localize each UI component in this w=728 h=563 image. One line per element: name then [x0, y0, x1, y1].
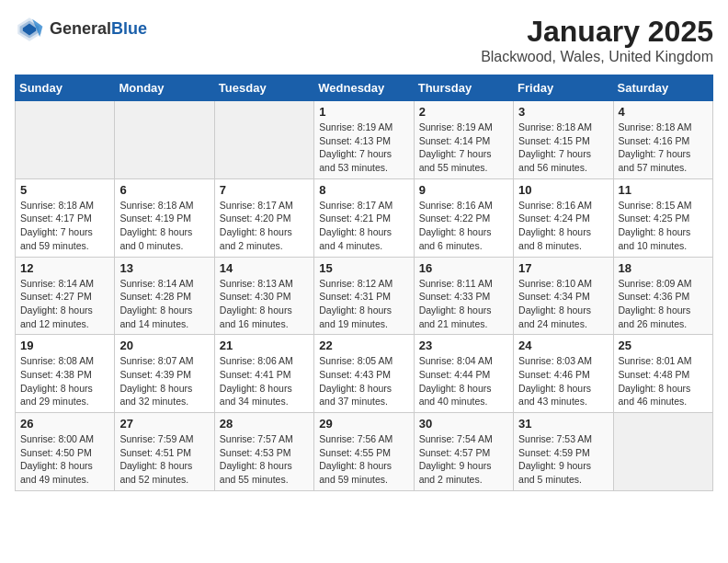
day-number: 20 [119, 339, 209, 352]
logo-icon [15, 15, 44, 44]
calendar-week-5: 26Sunrise: 8:00 AM Sunset: 4:50 PM Dayli… [16, 413, 713, 491]
logo-general: General [50, 19, 111, 38]
calendar-cell: 20Sunrise: 8:07 AM Sunset: 4:39 PM Dayli… [115, 335, 214, 413]
day-number: 9 [419, 183, 508, 197]
day-info: Sunrise: 8:18 AM Sunset: 4:17 PM Dayligh… [20, 199, 109, 253]
weekday-header-sunday: Sunday [16, 75, 115, 101]
day-info: Sunrise: 8:04 AM Sunset: 4:44 PM Dayligh… [419, 354, 508, 408]
calendar-cell: 26Sunrise: 8:00 AM Sunset: 4:50 PM Dayli… [16, 413, 115, 491]
day-number: 21 [220, 339, 309, 352]
calendar-cell: 3Sunrise: 8:18 AM Sunset: 4:15 PM Daylig… [514, 101, 613, 179]
day-number: 5 [20, 183, 109, 197]
calendar-cell: 8Sunrise: 8:17 AM Sunset: 4:21 PM Daylig… [314, 178, 414, 257]
day-number: 19 [20, 339, 109, 352]
calendar-cell: 6Sunrise: 8:18 AM Sunset: 4:19 PM Daylig… [115, 178, 214, 257]
calendar-cell [613, 413, 712, 491]
day-number: 4 [619, 105, 708, 119]
day-number: 26 [20, 417, 109, 431]
day-info: Sunrise: 7:56 AM Sunset: 4:55 PM Dayligh… [319, 432, 408, 487]
day-info: Sunrise: 8:15 AM Sunset: 4:25 PM Dayligh… [619, 199, 708, 253]
day-info: Sunrise: 8:19 AM Sunset: 4:14 PM Dayligh… [419, 121, 508, 175]
calendar-cell: 31Sunrise: 7:53 AM Sunset: 4:59 PM Dayli… [514, 413, 613, 491]
calendar-cell: 12Sunrise: 8:14 AM Sunset: 4:27 PM Dayli… [16, 257, 115, 335]
calendar-cell [214, 101, 313, 179]
day-number: 6 [119, 183, 209, 197]
day-number: 7 [220, 183, 309, 197]
calendar-cell: 30Sunrise: 7:54 AM Sunset: 4:57 PM Dayli… [414, 413, 513, 491]
day-number: 10 [518, 183, 608, 197]
day-number: 1 [319, 105, 408, 119]
calendar-week-4: 19Sunrise: 8:08 AM Sunset: 4:38 PM Dayli… [16, 335, 713, 413]
day-info: Sunrise: 8:19 AM Sunset: 4:13 PM Dayligh… [319, 121, 408, 175]
calendar-week-2: 5Sunrise: 8:18 AM Sunset: 4:17 PM Daylig… [16, 178, 713, 257]
day-info: Sunrise: 7:59 AM Sunset: 4:51 PM Dayligh… [119, 432, 209, 487]
day-number: 27 [119, 417, 209, 431]
logo-text: GeneralBlue [50, 20, 147, 39]
weekday-header-wednesday: Wednesday [314, 75, 414, 101]
day-number: 28 [220, 417, 309, 431]
calendar-week-1: 1Sunrise: 8:19 AM Sunset: 4:13 PM Daylig… [16, 101, 713, 179]
calendar-cell: 24Sunrise: 8:03 AM Sunset: 4:46 PM Dayli… [514, 335, 613, 413]
calendar-table: SundayMondayTuesdayWednesdayThursdayFrid… [15, 75, 713, 491]
title-area: January 2025 Blackwood, Wales, United Ki… [481, 15, 713, 65]
day-number: 11 [619, 183, 708, 197]
day-number: 15 [319, 261, 408, 275]
day-info: Sunrise: 7:54 AM Sunset: 4:57 PM Dayligh… [419, 432, 508, 487]
day-number: 29 [319, 417, 408, 431]
calendar-cell: 29Sunrise: 7:56 AM Sunset: 4:55 PM Dayli… [314, 413, 414, 491]
calendar-cell: 19Sunrise: 8:08 AM Sunset: 4:38 PM Dayli… [16, 335, 115, 413]
day-info: Sunrise: 8:17 AM Sunset: 4:20 PM Dayligh… [220, 199, 309, 253]
calendar-cell: 25Sunrise: 8:01 AM Sunset: 4:48 PM Dayli… [613, 335, 712, 413]
day-info: Sunrise: 8:14 AM Sunset: 4:27 PM Dayligh… [20, 277, 109, 331]
day-info: Sunrise: 8:10 AM Sunset: 4:34 PM Dayligh… [518, 277, 608, 331]
calendar-cell: 28Sunrise: 7:57 AM Sunset: 4:53 PM Dayli… [214, 413, 313, 491]
day-info: Sunrise: 8:01 AM Sunset: 4:48 PM Dayligh… [619, 354, 708, 408]
day-info: Sunrise: 8:06 AM Sunset: 4:41 PM Dayligh… [220, 354, 309, 408]
calendar-cell: 27Sunrise: 7:59 AM Sunset: 4:51 PM Dayli… [115, 413, 214, 491]
day-info: Sunrise: 8:09 AM Sunset: 4:36 PM Dayligh… [619, 277, 708, 331]
weekday-header-row: SundayMondayTuesdayWednesdayThursdayFrid… [16, 75, 713, 101]
calendar-cell: 22Sunrise: 8:05 AM Sunset: 4:43 PM Dayli… [314, 335, 414, 413]
day-info: Sunrise: 8:03 AM Sunset: 4:46 PM Dayligh… [518, 354, 608, 408]
calendar-cell: 2Sunrise: 8:19 AM Sunset: 4:14 PM Daylig… [414, 101, 513, 179]
calendar-cell: 14Sunrise: 8:13 AM Sunset: 4:30 PM Dayli… [214, 257, 313, 335]
day-number: 23 [419, 339, 508, 352]
calendar-cell: 11Sunrise: 8:15 AM Sunset: 4:25 PM Dayli… [613, 178, 712, 257]
day-number: 22 [319, 339, 408, 352]
day-info: Sunrise: 8:12 AM Sunset: 4:31 PM Dayligh… [319, 277, 408, 331]
weekday-header-friday: Friday [514, 75, 613, 101]
location-title: Blackwood, Wales, United Kingdom [481, 49, 713, 65]
day-info: Sunrise: 8:16 AM Sunset: 4:22 PM Dayligh… [419, 199, 508, 253]
logo-blue: Blue [111, 19, 147, 38]
day-number: 2 [419, 105, 508, 119]
day-number: 12 [20, 261, 109, 275]
day-info: Sunrise: 8:17 AM Sunset: 4:21 PM Dayligh… [319, 199, 408, 253]
day-info: Sunrise: 8:07 AM Sunset: 4:39 PM Dayligh… [119, 354, 209, 408]
day-info: Sunrise: 8:14 AM Sunset: 4:28 PM Dayligh… [119, 277, 209, 331]
weekday-header-tuesday: Tuesday [214, 75, 313, 101]
calendar-cell: 16Sunrise: 8:11 AM Sunset: 4:33 PM Dayli… [414, 257, 513, 335]
day-info: Sunrise: 8:11 AM Sunset: 4:33 PM Dayligh… [419, 277, 508, 331]
month-title: January 2025 [481, 15, 713, 49]
day-number: 13 [119, 261, 209, 275]
page-header: GeneralBlue January 2025 Blackwood, Wale… [15, 15, 713, 65]
logo: GeneralBlue [15, 15, 147, 44]
calendar-cell: 17Sunrise: 8:10 AM Sunset: 4:34 PM Dayli… [514, 257, 613, 335]
calendar-week-3: 12Sunrise: 8:14 AM Sunset: 4:27 PM Dayli… [16, 257, 713, 335]
calendar-cell: 15Sunrise: 8:12 AM Sunset: 4:31 PM Dayli… [314, 257, 414, 335]
calendar-cell: 18Sunrise: 8:09 AM Sunset: 4:36 PM Dayli… [613, 257, 712, 335]
calendar-cell: 10Sunrise: 8:16 AM Sunset: 4:24 PM Dayli… [514, 178, 613, 257]
calendar-cell: 9Sunrise: 8:16 AM Sunset: 4:22 PM Daylig… [414, 178, 513, 257]
weekday-header-monday: Monday [115, 75, 214, 101]
calendar-cell: 13Sunrise: 8:14 AM Sunset: 4:28 PM Dayli… [115, 257, 214, 335]
day-info: Sunrise: 8:18 AM Sunset: 4:16 PM Dayligh… [619, 121, 708, 175]
day-number: 24 [518, 339, 608, 352]
day-info: Sunrise: 8:18 AM Sunset: 4:15 PM Dayligh… [518, 121, 608, 175]
day-info: Sunrise: 8:13 AM Sunset: 4:30 PM Dayligh… [220, 277, 309, 331]
calendar-cell [115, 101, 214, 179]
calendar-cell: 23Sunrise: 8:04 AM Sunset: 4:44 PM Dayli… [414, 335, 513, 413]
day-number: 17 [518, 261, 608, 275]
day-number: 3 [518, 105, 608, 119]
calendar-cell: 4Sunrise: 8:18 AM Sunset: 4:16 PM Daylig… [613, 101, 712, 179]
day-number: 8 [319, 183, 408, 197]
